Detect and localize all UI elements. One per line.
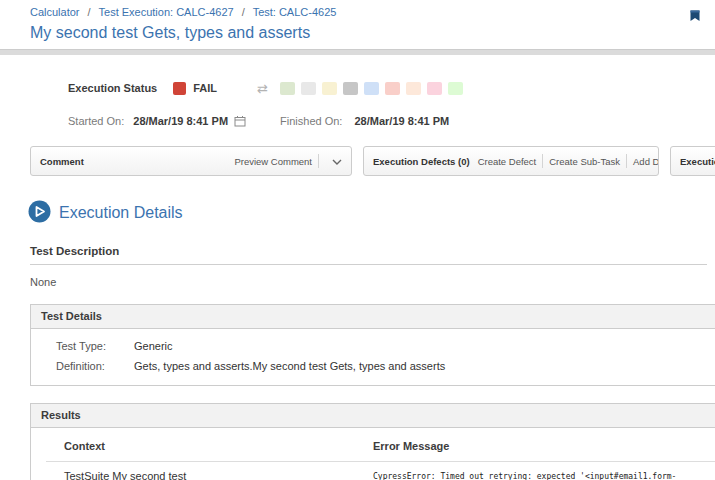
calendar-icon[interactable]: [234, 115, 246, 127]
breadcrumb-link-test-execution[interactable]: Test Execution: CALC-4627: [99, 6, 234, 18]
create-sub-task-button[interactable]: Create Sub-Task: [549, 156, 620, 167]
status-fail-swatch: [173, 82, 186, 95]
table-row: TestSuite My second test CypressError: T…: [31, 462, 715, 480]
execution-defects-panel[interactable]: Execution Defects (0) Create Defect Crea…: [363, 146, 659, 176]
result-error-message-cell: CypressError: Timed out retrying: expect…: [373, 470, 715, 480]
create-defect-button[interactable]: Create Defect: [478, 156, 537, 167]
divider: [542, 154, 543, 168]
divider: [626, 154, 627, 168]
status-option-swatch[interactable]: [448, 82, 463, 95]
status-value: FAIL: [193, 82, 217, 94]
status-option-swatch[interactable]: [280, 82, 295, 95]
result-context-cell: TestSuite My second test: [64, 470, 373, 480]
comment-panel-title: Comment: [40, 156, 84, 167]
transition-arrows-icon[interactable]: ⇄: [257, 82, 268, 95]
execution-details-heading: Execution Details: [28, 200, 715, 225]
status-option-swatch[interactable]: [301, 82, 316, 95]
execution-status-label: Execution Status: [68, 82, 157, 94]
page-title: My second test Gets, types and asserts: [30, 23, 715, 42]
execution-status-row: Execution Status FAIL ⇄: [68, 81, 715, 95]
test-details-title: Test Details: [31, 305, 715, 329]
preview-comment-button[interactable]: Preview Comment: [234, 156, 312, 167]
execution-evidence-title: Execution Evidence: [680, 156, 715, 167]
test-type-value: Generic: [134, 340, 173, 352]
bookmark-icon[interactable]: [688, 9, 702, 23]
status-option-swatch[interactable]: [322, 82, 337, 95]
status-option-swatch[interactable]: [364, 82, 379, 95]
context-column-header: Context: [64, 440, 373, 452]
execution-details-title: Execution Details: [59, 204, 183, 222]
play-circle-icon: [28, 200, 51, 225]
started-on-label: Started On:: [68, 115, 124, 127]
toolbar: Comment Preview Comment Execution Defect…: [30, 146, 715, 176]
breadcrumb-separator: /: [88, 6, 91, 18]
results-title: Results: [31, 404, 715, 428]
definition-label: Definition:: [56, 360, 134, 372]
header-divider: [0, 49, 715, 55]
breadcrumb-link-test[interactable]: Test: CALC-4625: [253, 6, 337, 18]
times-row: Started On: 28/Mar/19 8:41 PM Finished O…: [68, 114, 715, 128]
finished-on-label: Finished On:: [280, 115, 342, 127]
test-description-content: None: [30, 276, 707, 288]
test-description-section: Test Description None: [30, 245, 707, 288]
divider: [318, 154, 319, 168]
results-table-header: Context Error Message: [31, 440, 715, 461]
error-message-text: CypressError: Timed out retrying: expect…: [373, 470, 715, 480]
test-type-label: Test Type:: [56, 340, 134, 352]
status-option-swatch[interactable]: [406, 82, 421, 95]
status-options: [280, 82, 463, 95]
breadcrumb-separator: /: [242, 6, 245, 18]
execution-evidence-panel[interactable]: Execution Evidence: [670, 146, 715, 176]
results-panel: Results Context Error Message TestSuite …: [30, 403, 715, 480]
breadcrumb-link-project[interactable]: Calculator: [30, 6, 80, 18]
error-message-column-header: Error Message: [373, 440, 449, 452]
status-option-swatch[interactable]: [385, 82, 400, 95]
comment-panel[interactable]: Comment Preview Comment: [30, 146, 352, 176]
test-details-panel: Test Details Test Type: Generic Definiti…: [30, 304, 715, 386]
definition-row: Definition: Gets, types and asserts.My s…: [31, 356, 715, 376]
add-defects-button[interactable]: Add Defects: [633, 156, 659, 167]
page-header: Calculator / Test Execution: CALC-4627 /…: [0, 0, 715, 42]
test-type-row: Test Type: Generic: [31, 336, 715, 356]
definition-value: Gets, types and asserts.My second test G…: [134, 360, 445, 372]
finished-on-value: 28/Mar/19 8:41 PM: [354, 115, 449, 127]
started-on-value: 28/Mar/19 8:41 PM: [133, 115, 228, 127]
chevron-down-icon[interactable]: [332, 156, 342, 167]
test-description-title: Test Description: [30, 245, 707, 265]
breadcrumb: Calculator / Test Execution: CALC-4627 /…: [30, 6, 715, 19]
status-option-swatch[interactable]: [343, 82, 358, 95]
status-option-swatch[interactable]: [427, 82, 442, 95]
execution-defects-title: Execution Defects (0): [373, 156, 470, 167]
